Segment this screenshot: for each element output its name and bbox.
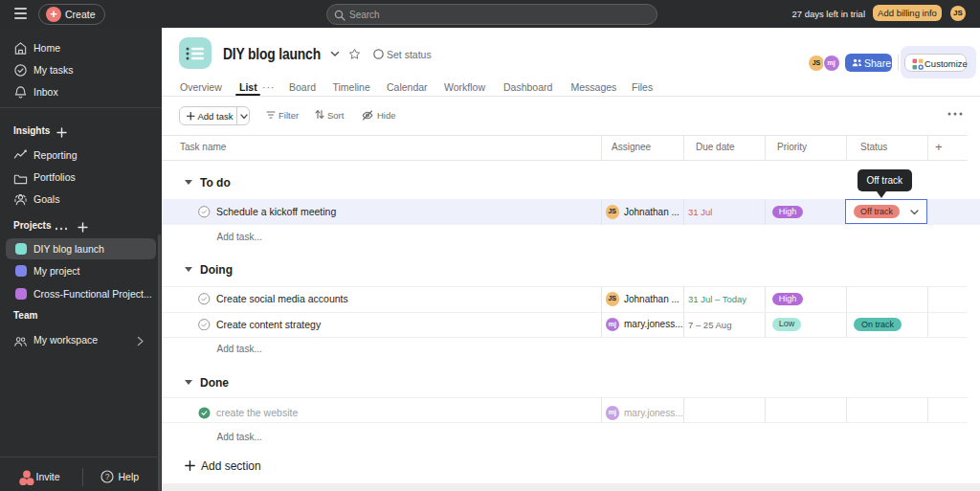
svg-text:?: ? (105, 472, 110, 481)
